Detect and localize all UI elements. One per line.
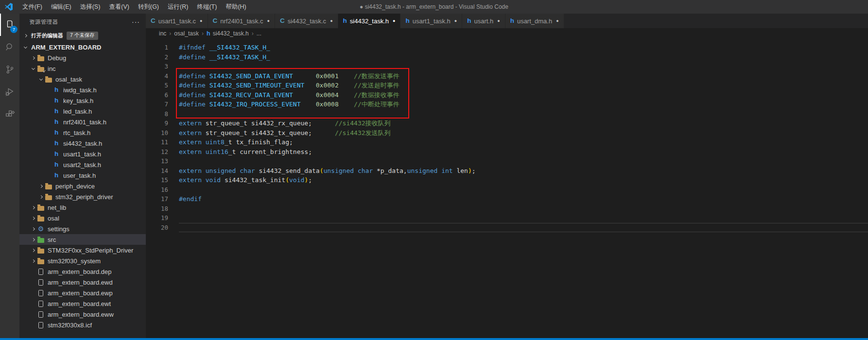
- code-line[interactable]: 19: [146, 213, 868, 223]
- menu-item[interactable]: 查看(V): [104, 0, 134, 14]
- code-line[interactable]: 9 extern str_queue_t si4432_rx_queue; //…: [146, 119, 868, 128]
- code-line[interactable]: 5 #define SI4432_SEND_TIMEOUT_EVENT 0x00…: [146, 81, 868, 90]
- code-line[interactable]: 14 extern unsigned char si4432_send_data…: [146, 166, 868, 176]
- menu-item[interactable]: 选择(S): [76, 0, 105, 14]
- editor-tab[interactable]: C usart1_task.c ●: [146, 14, 208, 28]
- code-line[interactable]: 2 #define __SI4432_TASK_H_: [146, 52, 868, 62]
- tree-item-label: osal: [48, 215, 59, 222]
- editor-tab[interactable]: h usart_dma.h ●: [505, 14, 564, 28]
- editor-tab[interactable]: h usart.h ●: [462, 14, 505, 28]
- tree-item-label: si4432_task.h: [63, 140, 102, 147]
- tree-chevron-icon: [29, 57, 37, 59]
- tree-row[interactable]: STM32F0xx_StdPeriph_Driver: [19, 245, 146, 255]
- tree-row[interactable]: ARM_EXTERN_BOARD: [19, 42, 146, 52]
- line-number: 19: [146, 213, 168, 223]
- tree-row[interactable]: h key_task.h: [19, 95, 146, 106]
- modified-dot-icon[interactable]: ●: [497, 18, 500, 23]
- code-line[interactable]: 11 extern uint8_t tx_finish_flag;: [146, 137, 868, 147]
- menu-item[interactable]: 编辑(E): [47, 0, 76, 14]
- code-line[interactable]: 13: [146, 156, 868, 166]
- code-line[interactable]: 3: [146, 62, 868, 71]
- tree-row[interactable]: stm32_periph_driver: [19, 191, 146, 202]
- code-line[interactable]: 16: [146, 185, 868, 195]
- code-line[interactable]: 1 #ifndef __SI4432_TASK_H_: [146, 43, 868, 52]
- tree-row[interactable]: h rtc_task.h: [19, 127, 146, 138]
- code-line[interactable]: 7 #define SI4432_IRQ_PROCESS_EVENT 0x000…: [146, 100, 868, 109]
- line-content: extern uint16_t current_brightness;: [179, 147, 868, 157]
- breadcrumb-item[interactable]: si4432_task.h: [213, 30, 249, 37]
- tree-row[interactable]: src: [19, 234, 146, 245]
- tree-row[interactable]: Debug: [19, 52, 146, 63]
- tree-row[interactable]: arm_extern_board.ewt: [19, 298, 146, 309]
- line-number: 12: [146, 147, 168, 157]
- tree-row[interactable]: h nrf24l01_task.h: [19, 117, 146, 127]
- code-line[interactable]: 4 #define SI4432_SEND_DATA_EVENT 0x0001 …: [146, 71, 868, 81]
- code-line[interactable]: 17 #endif: [146, 194, 868, 204]
- explorer-icon[interactable]: 7: [0, 14, 19, 36]
- tree-item-icon: [45, 194, 52, 200]
- code-line[interactable]: 15 extern void si4432_task_init(void);: [146, 175, 868, 185]
- code-line[interactable]: 18: [146, 204, 868, 214]
- tree-row[interactable]: arm_extern_board.ewd: [19, 277, 146, 288]
- tree-row[interactable]: h iwdg_task.h: [19, 85, 146, 95]
- tree-row[interactable]: h si4432_task.h: [19, 138, 146, 149]
- breadcrumb-item[interactable]: osal_task: [174, 30, 199, 37]
- menu-item[interactable]: 帮助(H): [221, 0, 250, 14]
- code-line[interactable]: 6 #define SI4432_RECV_DATA_EVENT 0x0004 …: [146, 90, 868, 100]
- code-line[interactable]: 20: [146, 223, 868, 233]
- editor-tab[interactable]: h si4432_task.h ●: [338, 14, 401, 28]
- tree-row[interactable]: h led_task.h: [19, 106, 146, 117]
- tree-row[interactable]: ⚙ settings: [19, 223, 146, 234]
- tree-row[interactable]: arm_extern_board.dep: [19, 266, 146, 277]
- line-content: #define SI4432_IRQ_PROCESS_EVENT 0x0008 …: [179, 100, 868, 109]
- extensions-icon[interactable]: [0, 103, 19, 125]
- editor-tab[interactable]: C nrf24l01_task.c ●: [208, 14, 275, 28]
- menu-item[interactable]: 文件(F): [18, 0, 47, 14]
- search-icon[interactable]: [0, 36, 19, 58]
- modified-dot-icon[interactable]: ●: [393, 18, 395, 23]
- source-control-icon[interactable]: [0, 58, 19, 81]
- code-line[interactable]: 10 extern str_queue_t si4432_tx_queue; /…: [146, 128, 868, 138]
- chevron-separator-icon: ›: [169, 30, 171, 37]
- line-number: 8: [146, 109, 168, 119]
- tree-row[interactable]: osal: [19, 213, 146, 223]
- line-content: [179, 109, 868, 119]
- tree-row[interactable]: periph_device: [19, 181, 146, 191]
- tree-chevron-icon: [29, 68, 37, 69]
- tree-row[interactable]: h usart1_task.h: [19, 149, 146, 159]
- tree-chevron-icon: [45, 121, 52, 123]
- tree-row[interactable]: osal_task: [19, 74, 146, 85]
- tree-chevron-icon: [45, 153, 52, 155]
- tree-row[interactable]: h user_task.h: [19, 170, 146, 181]
- tree-row[interactable]: stm32f030x8.icf: [19, 320, 146, 330]
- menu-bar: 文件(F)编辑(E)选择(S)查看(V)转到(G)运行(R)终端(T)帮助(H): [18, 0, 251, 14]
- editor-tab[interactable]: h usart1_task.h ●: [400, 14, 462, 28]
- menu-item[interactable]: 运行(R): [163, 0, 192, 14]
- explorer-badge: 7: [10, 26, 17, 33]
- tree-row[interactable]: ↙ inc: [19, 63, 146, 74]
- tree-row[interactable]: net_lib: [19, 202, 146, 213]
- run-debug-icon[interactable]: [0, 81, 19, 103]
- tree-row[interactable]: stm32f030_system: [19, 255, 146, 266]
- code-line[interactable]: 8: [146, 109, 868, 119]
- tree-item-label: arm_extern_board.dep: [48, 268, 112, 275]
- modified-dot-icon[interactable]: ●: [330, 18, 332, 23]
- open-editors-section[interactable]: 打开的编辑器 7 个未保存: [19, 30, 146, 41]
- menu-item[interactable]: 终端(T): [192, 0, 221, 14]
- tree-row[interactable]: arm_extern_board.eww: [19, 309, 146, 320]
- breadcrumb-item[interactable]: inc: [159, 30, 166, 37]
- tree-row[interactable]: h usart2_task.h: [19, 159, 146, 170]
- breadcrumb-item[interactable]: ...: [257, 30, 261, 37]
- modified-dot-icon[interactable]: ●: [454, 18, 457, 23]
- modified-dot-icon[interactable]: ●: [267, 18, 269, 23]
- code-editor[interactable]: 1 #ifndef __SI4432_TASK_H_ 2 #define __S…: [146, 39, 868, 338]
- code-line[interactable]: 12 extern uint16_t current_brightness;: [146, 147, 868, 157]
- menu-item[interactable]: 转到(G): [134, 0, 163, 14]
- tree-row[interactable]: arm_extern_board.ewp: [19, 288, 146, 298]
- modified-dot-icon[interactable]: ●: [200, 18, 202, 23]
- line-content: extern uint8_t tx_finish_flag;: [179, 137, 868, 147]
- modified-dot-icon[interactable]: ●: [556, 18, 558, 23]
- breadcrumb[interactable]: inc › osal_task › h si4432_task.h › ...: [146, 28, 868, 39]
- more-actions-icon[interactable]: ···: [132, 18, 140, 26]
- editor-tab[interactable]: C si4432_task.c ●: [275, 14, 338, 28]
